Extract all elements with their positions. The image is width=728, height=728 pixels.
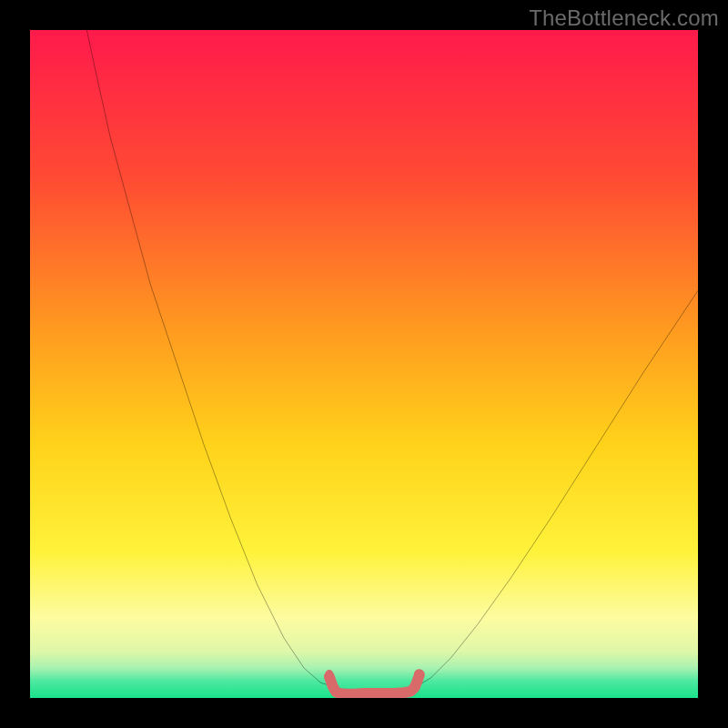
chart-title	[0, 0, 1, 1]
watermark-label: TheBottleneck.com	[529, 5, 719, 31]
chart-plot-area	[30, 30, 698, 698]
app-frame: TheBottleneck.com	[0, 0, 728, 728]
y-axis-label	[0, 0, 1, 1]
svg-rect-0	[30, 30, 698, 698]
x-axis-label	[0, 0, 1, 1]
bottleneck-gradient-background	[30, 30, 698, 698]
